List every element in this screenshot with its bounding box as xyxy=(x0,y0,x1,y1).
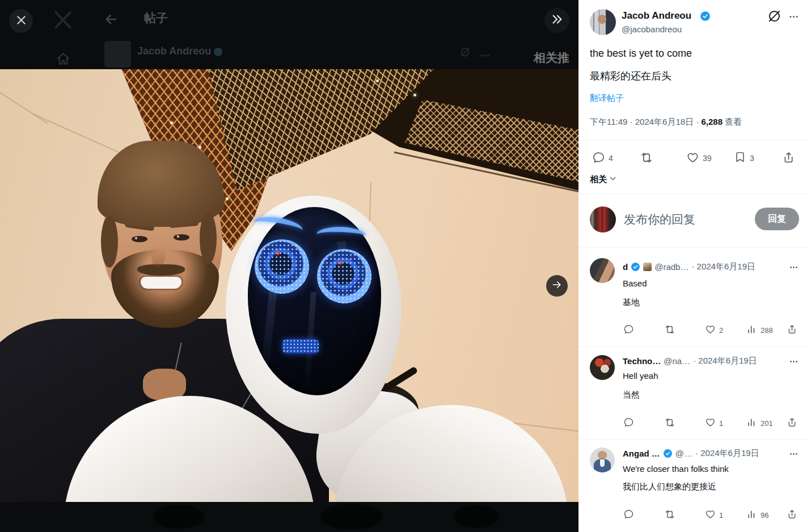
reply-count: 4 xyxy=(609,154,613,163)
reply-input[interactable]: 发布你的回复 xyxy=(624,212,695,227)
dim-author-name: Jacob Andreou xyxy=(137,45,211,57)
grok-icon[interactable] xyxy=(767,9,782,26)
comment-avatar[interactable] xyxy=(590,355,615,380)
heart-icon xyxy=(705,509,716,521)
analytics-icon xyxy=(746,509,757,521)
heart-icon xyxy=(705,417,716,429)
back-arrow-icon xyxy=(103,11,119,29)
comment-like-count: 2 xyxy=(719,326,723,335)
post-text-zh: 最精彩的还在后头 xyxy=(590,69,802,83)
comment-view-count: 201 xyxy=(761,419,773,428)
comment-avatar[interactable] xyxy=(590,258,615,283)
divider xyxy=(578,140,811,141)
bookmark-icon xyxy=(734,151,746,165)
comment-author-handle[interactable]: @na… xyxy=(664,356,690,366)
comment-views[interactable]: 288 xyxy=(746,324,773,336)
arrow-right-icon xyxy=(551,279,563,293)
my-avatar xyxy=(590,206,616,233)
comment-text-en: Based xyxy=(623,278,647,288)
comment-text-en: Hell yeah xyxy=(623,371,658,381)
affiliate-badge-icon xyxy=(643,263,652,271)
dim-verified-icon xyxy=(214,48,222,56)
comment-author-handle[interactable]: @… xyxy=(675,449,692,458)
reply-button[interactable]: 4 xyxy=(592,151,613,166)
comment-date: · 2024年6月19日 xyxy=(691,261,755,272)
comment-like-button[interactable]: 1 xyxy=(705,509,723,521)
comment-reply-button[interactable] xyxy=(623,509,634,521)
comment-author-name[interactable]: Techno… xyxy=(623,356,661,366)
comment-repost-button[interactable] xyxy=(664,509,675,522)
man-eye xyxy=(132,236,147,242)
comment-author-name[interactable]: Angad … xyxy=(623,449,660,458)
lightbox-left-pane: 帖子 Jacob Andreou 相关推 xyxy=(0,0,578,532)
share-icon xyxy=(782,151,795,166)
robot-eye xyxy=(317,249,371,303)
author-handle[interactable]: @jacobandreou xyxy=(622,24,682,34)
comment-share-button[interactable] xyxy=(787,417,797,429)
bookmark-button[interactable]: 3 xyxy=(734,151,754,165)
like-count: 39 xyxy=(703,154,712,163)
translate-post-link[interactable]: 翻译帖子 xyxy=(590,93,624,104)
post-text-en: the best is yet to come xyxy=(590,48,802,60)
heart-icon xyxy=(686,151,699,166)
man-eye xyxy=(174,234,189,240)
repost-button[interactable] xyxy=(640,151,653,166)
views-label: 查看 xyxy=(725,117,742,126)
man-beard xyxy=(111,250,219,328)
comment-more-icon[interactable] xyxy=(789,357,799,369)
reply-submit-button[interactable]: 回复 xyxy=(755,208,799,230)
lightbox-bottom-bar xyxy=(0,502,578,532)
wall-seam xyxy=(0,92,48,124)
close-lightbox-button[interactable] xyxy=(9,9,33,33)
comment-reply-button[interactable] xyxy=(623,417,634,429)
comment-like-button[interactable]: 2 xyxy=(705,324,723,336)
comment-like-count: 1 xyxy=(719,419,723,428)
comment-reply-button[interactable] xyxy=(623,324,634,336)
comment-avatar[interactable] xyxy=(590,447,615,472)
comment-views[interactable]: 201 xyxy=(746,417,773,429)
collapse-panel-button[interactable] xyxy=(544,8,569,33)
x-logo-icon xyxy=(52,9,74,33)
comment-date: · 2024年6月19日 xyxy=(693,356,757,366)
comment-view-count: 96 xyxy=(761,511,768,520)
like-button[interactable]: 39 xyxy=(686,151,712,166)
man-neck xyxy=(143,369,186,400)
comment-more-icon[interactable] xyxy=(789,263,799,275)
analytics-icon xyxy=(746,324,757,336)
wall-seam xyxy=(33,113,119,153)
page-title: 帖子 xyxy=(144,10,168,26)
dim-related-heading: 相关推 xyxy=(534,50,569,66)
comment-share-button[interactable] xyxy=(787,324,797,336)
post-timestamp: 下午11:49 · 2024年6月18日 · xyxy=(590,117,699,126)
author-name[interactable]: Jacob Andreou xyxy=(622,10,691,22)
comment-author-handle[interactable]: @radb… xyxy=(654,262,688,272)
reply-icon xyxy=(592,151,605,166)
author-avatar[interactable] xyxy=(590,9,616,35)
man-sideburn xyxy=(101,216,118,268)
comment-share-button[interactable] xyxy=(787,509,797,521)
related-dropdown[interactable]: 相关 xyxy=(590,174,618,185)
man-nose xyxy=(151,239,166,268)
comment-author-name[interactable]: d xyxy=(623,262,628,272)
share-button[interactable] xyxy=(782,151,795,166)
comment-views[interactable]: 96 xyxy=(746,509,768,521)
post-lightbox-page: 帖子 Jacob Andreou 相关推 xyxy=(0,0,811,532)
share-icon xyxy=(787,324,797,336)
post-photo[interactable] xyxy=(0,69,578,502)
verified-icon xyxy=(700,11,711,22)
repost-icon xyxy=(640,151,653,166)
robot-eye xyxy=(255,239,309,294)
comment-repost-button[interactable] xyxy=(664,324,675,337)
comment-more-icon[interactable] xyxy=(789,449,799,461)
comment-like-button[interactable]: 1 xyxy=(705,417,723,429)
divider xyxy=(578,347,811,347)
home-icon xyxy=(56,51,71,69)
comment-repost-button[interactable] xyxy=(664,417,675,430)
next-image-button[interactable] xyxy=(546,275,568,297)
views-count: 6,288 xyxy=(701,117,723,126)
reply-icon xyxy=(623,509,634,521)
comment-date: · 2024年6月19日 xyxy=(695,448,759,459)
post-more-icon[interactable] xyxy=(788,11,799,24)
repost-icon xyxy=(664,417,675,430)
post-meta: 下午11:49 · 2024年6月18日 · 6,288 查看 xyxy=(590,117,742,128)
